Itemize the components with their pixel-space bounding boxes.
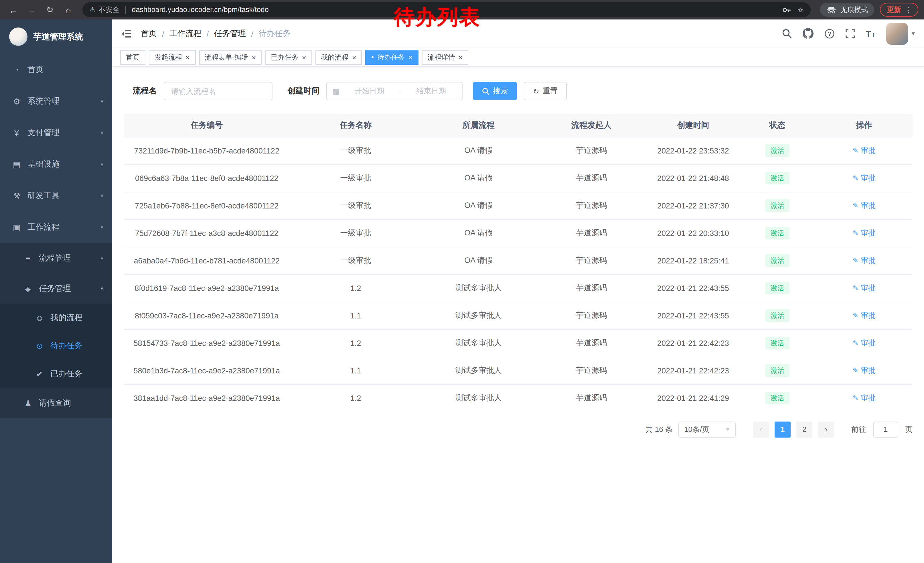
- reset-icon: ↻: [533, 87, 539, 95]
- page-button-2[interactable]: 2: [796, 421, 812, 437]
- close-icon[interactable]: ×: [302, 54, 306, 61]
- sidebar-item-workflow[interactable]: ▣ 工作流程 ∧: [0, 211, 112, 243]
- cell-process: OA 请假: [422, 192, 536, 219]
- sidebar-item-system[interactable]: ⚙ 系统管理 ∨: [0, 86, 112, 117]
- avatar[interactable]: [886, 23, 908, 44]
- tab-todo-tasks[interactable]: ● 待办任务 ×: [366, 50, 418, 65]
- cell-task-id: a6aba0a4-7b6d-11ec-b781-acde48001122: [124, 247, 290, 274]
- logo-image: [9, 27, 27, 46]
- approve-link[interactable]: ✎ 审批: [853, 200, 876, 211]
- status-badge: 激活: [765, 309, 789, 322]
- approve-link[interactable]: ✎ 审批: [853, 393, 876, 403]
- tab-home[interactable]: 首页: [120, 50, 146, 65]
- next-page-button[interactable]: ›: [818, 421, 834, 437]
- search-button[interactable]: 搜索: [473, 82, 517, 100]
- approve-link[interactable]: ✎ 审批: [853, 311, 876, 321]
- filter-bar: 流程名 创建时间 ▦ 开始日期 - 结束日期 搜索 ↻: [133, 82, 912, 100]
- cell-action: ✎ 审批: [816, 219, 912, 247]
- date-range-picker[interactable]: ▦ 开始日期 - 结束日期: [326, 82, 463, 100]
- cell-status: 激活: [739, 384, 816, 412]
- bookmark-star-icon[interactable]: ☆: [798, 6, 804, 14]
- close-icon[interactable]: ×: [352, 54, 356, 61]
- process-name-input[interactable]: [164, 82, 273, 100]
- sidebar-item-devtools[interactable]: ⚒ 研发工具 ∨: [0, 180, 112, 211]
- reload-icon[interactable]: ↻: [42, 2, 57, 17]
- cell-created: 2022-01-22 18:25:41: [647, 247, 739, 274]
- prev-page-button[interactable]: ‹: [753, 421, 769, 437]
- create-time-label: 创建时间: [287, 86, 320, 96]
- tab-process-detail[interactable]: 流程详情 ×: [422, 50, 469, 65]
- sidebar-item-label: 待办任务: [50, 341, 82, 351]
- sidebar-item-my-process[interactable]: ☺ 我的流程: [0, 303, 112, 332]
- close-icon[interactable]: ×: [186, 54, 190, 61]
- home-icon[interactable]: ⌂: [61, 2, 76, 17]
- tags-view: 首页 发起流程 × 流程表单-编辑 × 已办任务 × 我的流程 ×: [112, 48, 924, 67]
- approve-link[interactable]: ✎ 审批: [853, 146, 876, 156]
- sidebar-item-infrastructure[interactable]: ▤ 基础设施 ∨: [0, 148, 112, 180]
- sidebar-item-label: 工作流程: [27, 222, 60, 232]
- close-icon[interactable]: ×: [408, 54, 412, 61]
- tab-process-form-edit[interactable]: 流程表单-编辑 ×: [199, 50, 262, 65]
- approve-link[interactable]: ✎ 审批: [853, 283, 876, 293]
- fullscreen-icon[interactable]: [846, 29, 855, 38]
- cell-process: OA 请假: [422, 164, 536, 192]
- cell-initiator: 芋道源码: [536, 329, 647, 357]
- sidebar-item-task-management[interactable]: ◈ 任务管理 ∧: [0, 273, 112, 303]
- sidebar-item-todo-tasks[interactable]: ⊙ 待办任务: [0, 332, 112, 360]
- goto-page-input[interactable]: [873, 421, 898, 437]
- app-frame: 芋道管理系统 ◔ 首页 ⚙ 系统管理 ∨ ¥ 支付管理 ∨ ▤ 基础设施 ∨: [0, 20, 924, 563]
- tab-my-process[interactable]: 我的流程 ×: [315, 50, 362, 65]
- page-button-1[interactable]: 1: [775, 421, 790, 437]
- help-icon[interactable]: ?: [824, 29, 835, 39]
- sidebar-item-label: 任务管理: [39, 283, 71, 294]
- cell-task-name: 1.1: [290, 302, 422, 329]
- sidebar-item-payment[interactable]: ¥ 支付管理 ∨: [0, 117, 112, 148]
- close-icon[interactable]: ×: [252, 54, 256, 61]
- chevron-down-icon: ∨: [100, 193, 104, 198]
- sidebar-item-label: 流程管理: [39, 253, 71, 263]
- collapse-sidebar-icon[interactable]: [122, 29, 132, 38]
- sidebar: 芋道管理系统 ◔ 首页 ⚙ 系统管理 ∨ ¥ 支付管理 ∨ ▤ 基础设施 ∨: [0, 20, 112, 563]
- breadcrumb-item[interactable]: 任务管理: [214, 29, 246, 39]
- user-menu[interactable]: ▾: [886, 23, 915, 44]
- close-icon[interactable]: ×: [459, 54, 463, 61]
- cell-initiator: 芋道源码: [536, 219, 647, 247]
- edit-icon: ✎: [853, 366, 858, 375]
- github-icon[interactable]: [802, 28, 813, 39]
- back-icon[interactable]: ←: [6, 2, 21, 17]
- font-size-icon[interactable]: TT: [866, 29, 876, 38]
- sidebar-item-home[interactable]: ◔ 首页: [0, 54, 112, 86]
- tab-done-tasks[interactable]: 已办任务 ×: [265, 50, 312, 65]
- eye-icon: ⊙: [34, 341, 45, 350]
- search-icon[interactable]: [782, 29, 792, 38]
- breadcrumb-item[interactable]: 工作流程: [170, 29, 201, 39]
- active-dot-icon: ●: [371, 55, 374, 60]
- status-badge: 激活: [765, 336, 789, 350]
- check-icon: ✔: [34, 369, 45, 378]
- cell-created: 2022-01-21 22:43:55: [647, 274, 739, 302]
- forward-icon[interactable]: →: [24, 2, 39, 17]
- page-size-select[interactable]: 10条/页: [678, 421, 736, 437]
- start-date-placeholder: 开始日期: [344, 86, 394, 96]
- tab-start-process[interactable]: 发起流程 ×: [149, 50, 195, 65]
- cell-action: ✎ 审批: [816, 192, 912, 219]
- sidebar-item-process-management[interactable]: ≡ 流程管理 ∨: [0, 243, 112, 273]
- sidebar-item-label: 基础设施: [27, 159, 60, 169]
- col-status: 状态: [739, 114, 816, 137]
- approve-link[interactable]: ✎ 审批: [853, 228, 876, 238]
- update-button[interactable]: 更新 ⋮: [880, 3, 918, 17]
- sidebar-item-leave-query[interactable]: ♟ 请假查询: [0, 388, 112, 418]
- breadcrumb-item[interactable]: 首页: [141, 29, 157, 39]
- approve-link[interactable]: ✎ 审批: [853, 255, 876, 266]
- sidebar-item-done-tasks[interactable]: ✔ 已办任务: [0, 360, 112, 388]
- status-badge: 激活: [765, 254, 789, 267]
- approve-link[interactable]: ✎ 审批: [853, 365, 876, 376]
- security-label: 不安全: [99, 5, 120, 15]
- cell-action: ✎ 审批: [816, 357, 912, 384]
- reset-button[interactable]: ↻ 重置: [524, 82, 567, 100]
- approve-link[interactable]: ✎ 审批: [853, 338, 876, 348]
- menu-dots-icon[interactable]: ⋮: [905, 6, 912, 14]
- key-icon[interactable]: [782, 6, 790, 14]
- approve-link[interactable]: ✎ 审批: [853, 173, 876, 183]
- cell-initiator: 芋道源码: [536, 302, 647, 329]
